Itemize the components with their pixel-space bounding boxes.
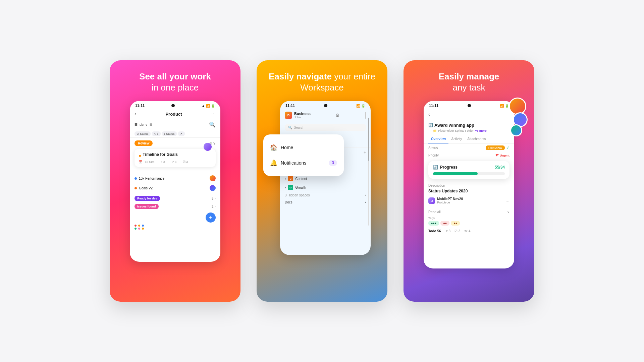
back-btn-3[interactable]: ‹ — [428, 112, 430, 117]
task-icon: 🔄 — [428, 123, 433, 127]
task-title-row: 🔄 Award winning app 📁 Placeholder Sprint… — [424, 120, 514, 135]
card-2-heading: Easily navigate your entire Workspace — [257, 60, 387, 101]
home-label: Home — [281, 145, 293, 150]
dot-orange — [135, 187, 137, 189]
chevron-down-icon: ∨ — [507, 210, 509, 214]
ready-dev-badge: Ready for dev — [135, 196, 160, 201]
tab-activity[interactable]: Activity — [448, 135, 465, 143]
phone-2-wrapper: 11:11 📶 🔋 B Business John — [273, 101, 371, 255]
tag-3: ●● — [451, 221, 460, 226]
task-mgmt-header: ‹ — [424, 109, 514, 120]
nav-home[interactable]: 🏠 Home — [263, 140, 344, 155]
priority-value: 🚩 Urgent — [495, 154, 510, 157]
avatar-3 — [510, 124, 522, 136]
list-avatar-2 — [210, 185, 216, 191]
card-2-title-bold: Easily navigate — [269, 71, 332, 81]
progress-header: 🔄 Progress 55/34 — [433, 165, 505, 170]
progress-bar-fill — [433, 172, 478, 175]
card-3-title-light: any task — [453, 82, 485, 93]
docs-row[interactable]: Docs › — [280, 199, 371, 206]
card-1-title-light: in one place — [152, 82, 199, 93]
space-growth[interactable]: › G Growth — [280, 183, 371, 192]
status-bar-2: 11:11 📶 🔋 — [280, 101, 371, 109]
workspace-header: B Business John ⚙ — [280, 109, 371, 122]
progress-bar-bg — [433, 172, 505, 175]
search-bar-2[interactable]: 🔍 Search — [285, 124, 366, 131]
status-row-2: Issues found 2 › — [130, 202, 220, 210]
list-item-1[interactable]: 10x Performance — [135, 174, 216, 183]
list-item-2[interactable]: Goals V2 — [135, 183, 216, 193]
phone-1-header: ‹ Product ··· — [130, 109, 220, 119]
desc-item-1[interactable]: M MobilePT Nov20 Prototype ··· — [428, 195, 509, 206]
tab-overview[interactable]: Overview — [428, 135, 448, 143]
tab-attachments[interactable]: Attachments — [465, 135, 489, 143]
tag-1: ●●● — [428, 221, 439, 226]
workspace-user: John — [294, 116, 311, 119]
priority-detail-row: Priority 🚩 Urgent — [424, 152, 514, 159]
status-bar-1: 11:11 ▲ 📶 🔋 — [130, 101, 220, 109]
filter-bar: ⊙Status ▽3 ↕Status ✕ — [130, 130, 220, 138]
desc-item-sub: Prototype — [437, 201, 463, 204]
read-all-row: Read all ∨ — [424, 209, 514, 215]
tags-label: Tags — [428, 217, 509, 220]
hidden-spaces[interactable]: 3 Hidden spaces › — [280, 192, 371, 199]
floating-avatars — [509, 98, 528, 136]
toolbar-left: ☰ List ∨ ⊞ — [135, 123, 152, 126]
status-bar-3: 11:11 📶 🔋 — [424, 101, 514, 109]
add-space-d[interactable]: + — [364, 150, 366, 155]
phone-3-container: 11:11 📶 🔋 ‹ 🔄 Award winning ap — [404, 101, 534, 268]
filter-status-2[interactable]: ↕Status — [162, 131, 177, 136]
status-value: PENDING ✓ — [486, 145, 509, 150]
status-label: Status — [428, 146, 438, 150]
workspace-icon: B — [285, 112, 292, 119]
tag-chips: ●●● ●● ●● — [428, 221, 509, 226]
filter-status[interactable]: ⊙Status — [135, 131, 151, 136]
review-badge: Review — [135, 140, 153, 146]
task-card-1[interactable]: ● Timeline for Goals 📅 16 Sep · ○ 3 · ↗ — [135, 149, 216, 167]
card-1-title-bold: See all your work — [139, 71, 211, 81]
filter-close[interactable]: ✕ — [178, 131, 185, 136]
status-count-2: 2 › — [212, 205, 216, 208]
review-section: Review 3 ∨ ● Timeline for Goals — [130, 138, 220, 172]
toolbar-1: ☰ List ∨ ⊞ 🔍 — [130, 119, 220, 130]
filter-3[interactable]: ▽3 — [152, 131, 161, 136]
desc-item-icon: M — [428, 197, 435, 204]
card-3: Easily manage any task 11:11 📶 🔋 — [404, 60, 534, 302]
more-label: +5 more — [475, 129, 487, 132]
notch-1 — [171, 104, 175, 107]
description-section: Description Status Updates 2020 M Mobile… — [424, 181, 514, 209]
back-arrow-1[interactable]: ‹ — [135, 111, 136, 117]
status-count-1: 8 › — [212, 197, 216, 200]
nav-popup: 🏠 Home 🔔 Notifications 3 — [263, 134, 344, 176]
phone-1-wrapper: 11:11 ▲ 📶 🔋 ‹ Product ··· — [130, 101, 220, 262]
desc-item-title: MobilePT Nov20 — [437, 197, 463, 201]
progress-count: 55/34 — [495, 165, 505, 170]
read-all-label[interactable]: Read all — [428, 210, 441, 214]
todo-label: Todo 56 — [428, 229, 441, 233]
progress-title: 🔄 Progress — [433, 165, 458, 170]
status-row-1: Ready for dev 8 › — [130, 194, 220, 202]
time-1: 11:11 — [135, 104, 145, 108]
priority-label: Priority — [428, 154, 439, 157]
phone-3: 11:11 📶 🔋 ‹ 🔄 Award winning ap — [424, 101, 514, 268]
more-icon-3[interactable]: ··· — [505, 198, 509, 203]
search-icon-1[interactable]: 🔍 — [209, 121, 216, 128]
nav-notifications[interactable]: 🔔 Notifications 3 — [263, 155, 344, 171]
task-title: Timeline for Goals — [143, 152, 177, 157]
todo-row: Todo 56 ↗ 3 ☑ 3 👁 4 — [424, 227, 514, 235]
add-button[interactable]: + — [206, 213, 216, 223]
check-icon: ✓ — [506, 145, 509, 150]
dot-blue — [135, 177, 137, 180]
time-2: 11:11 — [285, 104, 295, 108]
status-icons-3: 📶 🔋 — [500, 104, 509, 108]
issues-badge: Issues found — [135, 204, 159, 209]
status-icons-2: 📶 🔋 — [356, 104, 365, 108]
notifications-label: Notifications — [281, 160, 306, 166]
tabs-row: Overview Activity Attachments — [424, 135, 514, 144]
notifications-badge: 3 — [329, 160, 337, 166]
task-meta: 📅 16 Sep · ○ 3 · ↗ 3 · ☑ 3 — [139, 160, 188, 164]
breadcrumb-icon: 📁 — [433, 129, 437, 132]
desc-heading: Status Updates 2020 — [428, 189, 509, 193]
settings-icon[interactable]: ⚙ — [335, 113, 340, 118]
more-icon-1[interactable]: ··· — [211, 111, 216, 117]
